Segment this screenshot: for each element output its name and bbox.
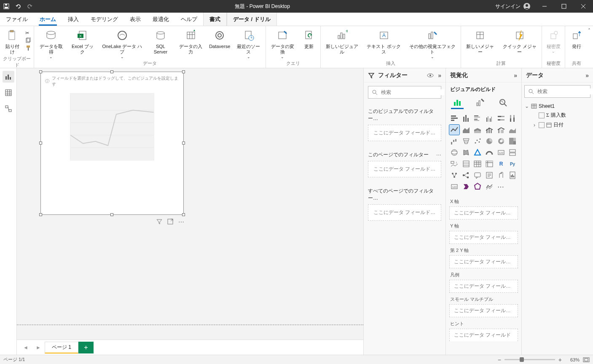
page-next-icon[interactable]: ► <box>32 342 45 353</box>
ribbon-collapse-icon[interactable]: ˄ <box>588 28 590 34</box>
field-row[interactable]: Σ 購入数 <box>532 110 590 120</box>
report-canvas[interactable]: ⓘ フィールドを選択またはドラッグして、このビジュアルを設定します ⋯ <box>17 68 363 340</box>
tab-insert[interactable]: 挿入 <box>62 13 85 26</box>
viz-treemap-icon[interactable] <box>507 136 518 146</box>
visual-placeholder[interactable]: ⓘ フィールドを選択またはドラッグして、このビジュアルを設定します ⋯ <box>40 72 184 215</box>
zoom-slider[interactable] <box>504 359 555 360</box>
table-node[interactable]: ⌄ Sheet1 <box>524 102 590 110</box>
report-view-icon[interactable] <box>3 71 14 83</box>
tab-data-drill[interactable]: データ / ドリル <box>227 13 277 26</box>
viz-pie-icon[interactable] <box>484 136 494 146</box>
publish-button[interactable]: 発行 <box>566 27 587 49</box>
copy-button[interactable] <box>24 37 33 44</box>
maximize-button[interactable] <box>554 0 574 13</box>
viz-more-icon[interactable]: ⋯ <box>496 182 506 192</box>
format-painter-button[interactable] <box>24 44 33 52</box>
viz-power-automate-icon[interactable] <box>461 182 471 192</box>
filter-dropwell-page[interactable]: ここにデータ フィールド… <box>368 161 441 177</box>
text-box-button[interactable]: Aテキスト ボックス <box>362 27 405 55</box>
viz-map-icon[interactable] <box>449 147 459 158</box>
field-checkbox[interactable] <box>539 112 545 118</box>
viz-goals-icon[interactable] <box>496 170 506 180</box>
viz-donut-icon[interactable] <box>496 136 506 146</box>
collapse-pane-icon[interactable]: » <box>585 72 589 79</box>
viz-azure-map-icon[interactable] <box>472 147 483 158</box>
viz-scatter-icon[interactable] <box>472 136 483 146</box>
close-button[interactable] <box>574 0 593 13</box>
resize-handle[interactable] <box>39 213 42 216</box>
viz-slicer-icon[interactable] <box>461 159 471 169</box>
visual-filter-icon[interactable] <box>156 219 162 225</box>
viz-waterfall-icon[interactable] <box>449 136 459 146</box>
model-view-icon[interactable] <box>3 103 14 115</box>
tab-modeling[interactable]: モデリング <box>85 13 124 26</box>
save-icon[interactable] <box>3 3 10 10</box>
viz-stacked-area-icon[interactable] <box>472 125 483 135</box>
tab-optimize[interactable]: 最適化 <box>147 13 175 26</box>
tab-format[interactable]: 書式 <box>203 13 227 26</box>
format-visual-tab[interactable] <box>474 96 486 109</box>
viz-100-bar-icon[interactable] <box>496 113 506 123</box>
tab-file[interactable]: ファイル <box>0 13 34 26</box>
resize-handle[interactable] <box>39 70 42 73</box>
sensitivity-button[interactable]: 秘密度⌄ <box>543 27 564 54</box>
viz-clustered-column-icon[interactable] <box>484 113 494 123</box>
resize-handle[interactable] <box>110 213 113 216</box>
tab-view[interactable]: 表示 <box>124 13 147 26</box>
data-search-input[interactable] <box>537 88 593 94</box>
viz-kpi-icon[interactable]: ! <box>449 159 459 169</box>
well-drop-y2[interactable]: ここにデータ フィールド… <box>449 255 518 268</box>
undo-icon[interactable] <box>14 3 22 10</box>
viz-matrix-icon[interactable] <box>484 159 494 169</box>
resize-handle[interactable] <box>110 70 113 73</box>
quick-measure-button[interactable]: クイック メジャー <box>498 27 541 55</box>
collapse-pane-icon[interactable]: » <box>438 72 441 79</box>
page-prev-icon[interactable]: ◄ <box>19 342 32 353</box>
minimize-button[interactable] <box>535 0 554 13</box>
viz-100-column-icon[interactable] <box>507 113 518 123</box>
viz-ribbon-icon[interactable] <box>507 125 518 135</box>
zoom-level[interactable]: 63% <box>565 357 580 362</box>
well-drop-x[interactable]: ここにデータ フィールド… <box>449 206 518 219</box>
filters-search[interactable] <box>368 86 441 99</box>
zoom-in-button[interactable]: + <box>558 356 562 363</box>
viz-sparkline-icon[interactable] <box>484 182 494 192</box>
page-tab[interactable]: ページ 1 <box>45 342 78 353</box>
viz-clustered-bar-icon[interactable] <box>472 113 483 123</box>
viz-multi-row-card-icon[interactable] <box>507 147 518 158</box>
tab-help[interactable]: ヘルプ <box>175 13 203 26</box>
viz-decomposition-tree-icon[interactable] <box>461 170 471 180</box>
focus-mode-icon[interactable] <box>167 219 173 225</box>
fit-to-page-icon[interactable] <box>583 357 590 362</box>
viz-table-icon[interactable] <box>472 159 483 169</box>
add-page-button[interactable]: + <box>78 342 94 353</box>
sql-button[interactable]: SQL Server <box>146 27 174 55</box>
well-drop-y[interactable]: ここにデータ フィールド… <box>449 231 518 244</box>
well-drop-legend[interactable]: ここにデータ フィールド… <box>449 280 518 293</box>
get-data-button[interactable]: データを取得⌄ <box>35 27 67 59</box>
resize-handle[interactable] <box>182 142 185 145</box>
viz-python-icon[interactable]: Py <box>507 159 518 169</box>
zoom-thumb[interactable] <box>520 357 524 362</box>
field-checkbox[interactable] <box>539 122 545 128</box>
well-drop-sm[interactable]: ここにデータ フィールド… <box>449 304 518 317</box>
new-measure-button[interactable]: 新しいメジャー <box>462 27 499 55</box>
build-visual-tab[interactable] <box>451 96 464 109</box>
onelake-button[interactable]: OneLake データ ハブ⌄ <box>98 27 146 59</box>
viz-qna-icon[interactable] <box>472 170 483 180</box>
more-options-icon[interactable]: ⋯ <box>178 219 184 225</box>
enter-data-button[interactable]: データの入力 <box>175 27 207 55</box>
cut-button[interactable]: ✂ <box>24 29 33 37</box>
zoom-out-button[interactable]: − <box>498 356 501 363</box>
refresh-button[interactable]: 更新 <box>298 27 319 49</box>
viz-line-clustered-column-icon[interactable] <box>496 125 506 135</box>
viz-power-apps-icon[interactable]: 123 <box>449 182 459 192</box>
viz-line-icon[interactable] <box>449 125 459 135</box>
resize-handle[interactable] <box>39 142 42 145</box>
eye-icon[interactable] <box>427 73 434 78</box>
collapse-pane-icon[interactable]: » <box>514 72 517 79</box>
table-view-icon[interactable] <box>3 87 14 99</box>
chevron-right-icon[interactable]: › <box>532 122 537 128</box>
viz-stacked-column-icon[interactable] <box>461 113 471 123</box>
viz-gauge-icon[interactable] <box>484 147 494 158</box>
